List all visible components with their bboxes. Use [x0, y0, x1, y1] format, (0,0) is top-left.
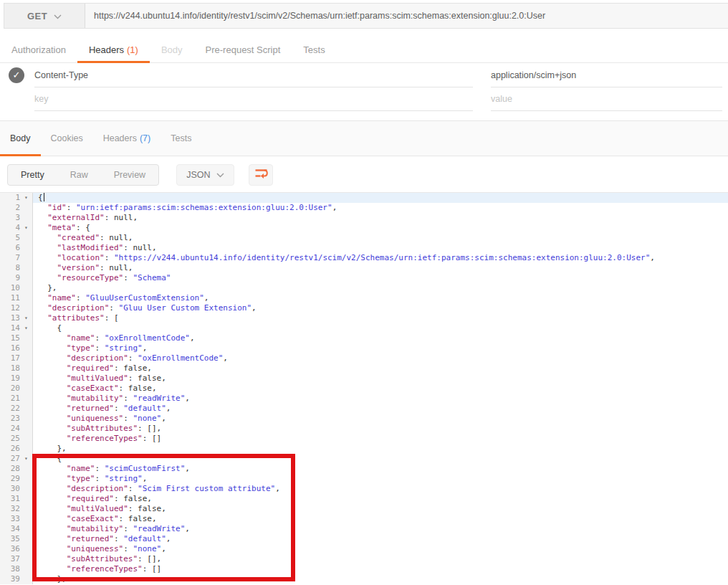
line-number: 4 [0, 223, 20, 233]
line-number: 21 [0, 394, 20, 404]
http-method-label: GET [27, 11, 47, 22]
line-gutter: 2 [0, 203, 33, 213]
header-value-input[interactable] [491, 70, 722, 80]
text-cursor [44, 193, 44, 201]
line-text: }, [33, 574, 728, 584]
format-select-dropdown[interactable]: JSON [176, 164, 234, 186]
url-input[interactable] [85, 11, 728, 21]
line-text: "returned": "default", [33, 534, 728, 544]
new-header-value-input[interactable] [491, 94, 722, 104]
fold-spacer [20, 434, 32, 444]
fold-spacer [20, 273, 32, 283]
line-gutter: 34 [0, 524, 33, 534]
view-mode-preview[interactable]: Preview [101, 165, 158, 185]
line-text: "referenceTypes": [] [33, 564, 728, 574]
line-text: "type": "string", [33, 343, 728, 353]
line-number: 18 [0, 363, 20, 374]
response-tab-tests[interactable]: Tests [161, 121, 201, 156]
tab-authorization[interactable]: Authorization [0, 37, 77, 62]
code-line: 37 "subAttributes": [], [0, 554, 728, 564]
fold-arrow-icon[interactable]: ▾ [20, 313, 32, 323]
fold-spacer [20, 283, 32, 293]
header-row-empty [0, 87, 728, 111]
url-field-wrap [85, 4, 728, 28]
code-line: 10 }, [0, 283, 728, 293]
tab-body[interactable]: Body [150, 37, 194, 62]
code-line: 17 "description": "oxEnrollmentCode", [0, 353, 728, 363]
line-gutter: 26 [0, 444, 33, 454]
line-text: "uniqueness": "none", [33, 414, 728, 424]
fold-spacer [20, 293, 32, 303]
fold-arrow-icon[interactable]: ▾ [20, 223, 32, 233]
line-text: "multiValued": false, [33, 504, 728, 514]
fold-spacer [20, 213, 32, 223]
response-view-toolbar: Pretty Raw Preview JSON [0, 157, 728, 192]
line-gutter: 10 [0, 283, 33, 293]
code-line: 34 "mutability": "readWrite", [0, 524, 728, 534]
line-text: "lastModified": null, [33, 243, 728, 253]
wrap-text-button[interactable] [249, 164, 273, 186]
tab-label: Authorization [11, 44, 66, 55]
line-number: 39 [0, 574, 20, 584]
fold-spacer [20, 243, 32, 253]
header-key-input[interactable] [34, 70, 473, 80]
line-gutter: 23 [0, 414, 33, 424]
code-line: 11 "name": "GluuUserCustomExtension", [0, 293, 728, 303]
code-line: 36 "uniqueness": "none", [0, 544, 728, 554]
fold-spacer [20, 404, 32, 414]
line-text: { [33, 193, 728, 203]
http-method-dropdown[interactable]: GET [4, 4, 85, 28]
tab-pre-request-script[interactable]: Pre-request Script [194, 37, 292, 62]
code-line: 23 "uniqueness": "none", [0, 414, 728, 424]
line-number: 10 [0, 283, 20, 293]
response-tab-cookies[interactable]: Cookies [41, 121, 93, 156]
tab-tests[interactable]: Tests [292, 37, 336, 62]
line-text: "externalId": null, [33, 213, 728, 223]
fold-arrow-icon[interactable]: ▾ [20, 454, 32, 464]
new-header-key-input[interactable] [34, 94, 473, 104]
line-gutter: 33 [0, 514, 33, 524]
line-number: 20 [0, 384, 20, 394]
line-gutter: 27▾ [0, 454, 33, 464]
check-icon[interactable]: ✓ [9, 67, 24, 83]
line-number: 19 [0, 374, 20, 384]
fold-spacer [20, 484, 32, 494]
view-mode-pretty[interactable]: Pretty [8, 165, 57, 185]
view-mode-group: Pretty Raw Preview [7, 164, 159, 186]
code-line: 8 "version": null, [0, 263, 728, 273]
response-tab-body[interactable]: Body [0, 121, 41, 156]
line-gutter: 12 [0, 303, 33, 313]
line-number: 35 [0, 534, 20, 544]
line-gutter: 14▾ [0, 323, 33, 333]
line-text: "required": false, [33, 494, 728, 504]
headers-count-badge: (1) [127, 44, 138, 55]
line-gutter: 30 [0, 484, 33, 494]
fold-arrow-icon[interactable]: ▾ [20, 193, 32, 203]
line-text: }, [33, 283, 728, 293]
code-line: 21 "mutability": "readWrite", [0, 394, 728, 404]
header-key-cell [34, 87, 473, 111]
fold-spacer [20, 494, 32, 504]
line-number: 22 [0, 404, 20, 414]
chevron-down-icon [216, 170, 224, 180]
fold-arrow-icon[interactable]: ▾ [20, 323, 32, 333]
response-body-code-editor[interactable]: 1▾{2 "id": "urn:ietf:params:scim:schemas… [0, 192, 728, 585]
line-number: 29 [0, 474, 20, 484]
line-number: 25 [0, 434, 20, 444]
line-text: "id": "urn:ietf:params:scim:schemas:exte… [33, 203, 728, 213]
code-line: 39 }, [0, 574, 728, 584]
line-text: "caseExact": false, [33, 384, 728, 394]
line-text: "attributes": [ [33, 313, 728, 323]
response-tab-headers[interactable]: Headers (7) [93, 121, 161, 156]
code-line: 9 "resourceType": "Schema" [0, 273, 728, 283]
line-text: "subAttributes": [], [33, 424, 728, 434]
code-line: 28 "name": "scimCustomFirst", [0, 464, 728, 474]
tab-headers[interactable]: Headers (1) [77, 37, 150, 62]
view-mode-raw[interactable]: Raw [57, 165, 101, 185]
code-line: 24 "subAttributes": [], [0, 424, 728, 434]
line-gutter: 6 [0, 243, 33, 253]
code-line: 14▾ { [0, 323, 728, 333]
code-line: 25 "referenceTypes": [] [0, 434, 728, 444]
line-text: "referenceTypes": [] [33, 434, 728, 444]
line-text: "mutability": "readWrite", [33, 394, 728, 404]
